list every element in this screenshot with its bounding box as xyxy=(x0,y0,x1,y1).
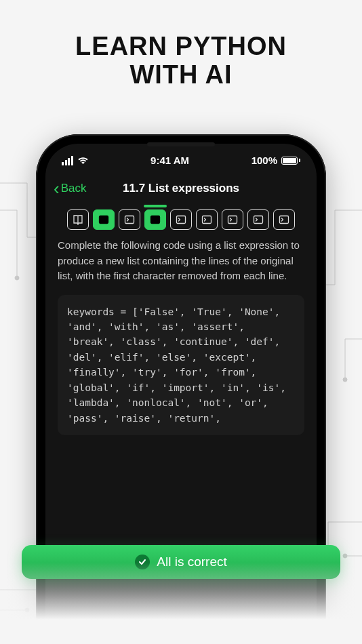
svg-rect-10 xyxy=(151,216,160,224)
code-block: keywords = ['False', 'True', 'None', 'an… xyxy=(58,295,304,436)
svg-point-7 xyxy=(343,554,347,558)
svg-rect-12 xyxy=(203,216,212,224)
success-toast: All is correct xyxy=(22,545,340,579)
battery-icon xyxy=(281,157,300,165)
lesson-step-4[interactable] xyxy=(144,209,166,230)
back-label: Back xyxy=(61,182,87,195)
signal-icon xyxy=(62,156,73,165)
svg-rect-11 xyxy=(177,216,186,224)
lesson-step-8[interactable] xyxy=(247,209,269,230)
headline-line1: LEARN PYTHON xyxy=(0,33,362,61)
back-button[interactable]: ‹ Back xyxy=(54,180,86,197)
phone-notch xyxy=(147,142,215,146)
status-time: 9:41 AM xyxy=(150,155,189,166)
svg-point-5 xyxy=(25,608,29,612)
lesson-step-6[interactable] xyxy=(196,209,218,230)
answer-chip[interactable]: keywords = ['False', 'True', 'None', 'an… xyxy=(58,631,304,644)
page-title: 11.7 List expressions xyxy=(123,182,239,195)
battery-percent: 100% xyxy=(252,155,277,166)
answer-row: keywords = ['False', 'True', 'None', 'an… xyxy=(58,631,304,644)
svg-rect-13 xyxy=(228,216,237,224)
svg-point-3 xyxy=(343,378,347,382)
svg-rect-15 xyxy=(280,216,289,224)
lesson-step-5[interactable] xyxy=(170,209,192,230)
lesson-step-7[interactable] xyxy=(222,209,243,230)
headline-line2: WITH AI xyxy=(0,61,362,89)
wifi-icon xyxy=(77,157,89,165)
status-bar: 9:41 AM 100% xyxy=(45,144,317,170)
svg-rect-8 xyxy=(100,216,108,224)
toast-label: All is correct xyxy=(157,555,226,569)
svg-rect-9 xyxy=(125,216,134,224)
lesson-step-3[interactable] xyxy=(119,209,140,230)
marketing-headline: LEARN PYTHON WITH AI xyxy=(0,0,362,89)
lesson-step-2[interactable] xyxy=(93,209,115,230)
check-circle-icon xyxy=(135,555,150,569)
lesson-step-1[interactable] xyxy=(67,209,89,230)
lesson-step-9[interactable] xyxy=(273,209,295,230)
lesson-steps xyxy=(45,209,317,238)
svg-rect-14 xyxy=(254,216,263,224)
svg-point-1 xyxy=(15,276,19,280)
chevron-left-icon: ‹ xyxy=(54,180,60,197)
instruction-text: Complete the following code using a list… xyxy=(58,238,304,284)
step-current-indicator xyxy=(144,205,167,207)
nav-header: ‹ Back 11.7 List expressions xyxy=(45,170,317,209)
